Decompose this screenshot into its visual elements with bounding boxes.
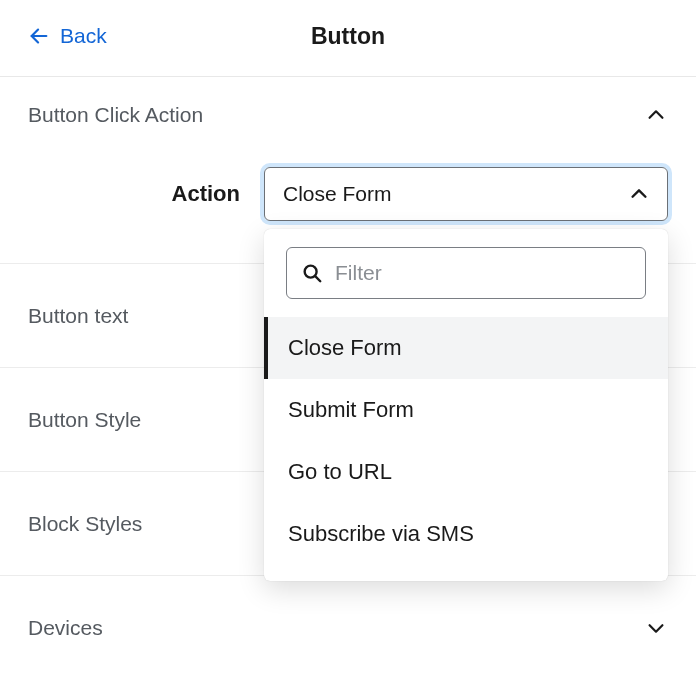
option-close-form[interactable]: Close Form <box>264 317 668 379</box>
section-title: Devices <box>28 616 103 640</box>
action-row: Action Close Form <box>0 127 696 263</box>
chevron-up-icon <box>644 103 668 127</box>
option-label: Subscribe via SMS <box>288 521 474 546</box>
arrow-left-icon <box>28 25 50 47</box>
section-title: Block Styles <box>28 512 142 536</box>
section-title: Button text <box>28 304 128 328</box>
option-subscribe-sms[interactable]: Subscribe via SMS <box>264 503 668 565</box>
search-icon <box>301 262 323 284</box>
filter-field[interactable] <box>286 247 646 299</box>
select-value: Close Form <box>283 182 392 206</box>
section-devices[interactable]: Devices <box>0 575 696 679</box>
option-label: Close Form <box>288 335 402 360</box>
action-select-wrap: Close Form <box>264 167 668 221</box>
chevron-up-icon <box>627 182 651 206</box>
action-dropdown: Close Form Submit Form Go to URL Subscri… <box>264 229 668 581</box>
section-title: Button Click Action <box>28 103 203 127</box>
action-select[interactable]: Close Form <box>264 167 668 221</box>
section-button-click-action[interactable]: Button Click Action <box>0 77 696 127</box>
back-button[interactable]: Back <box>28 24 107 48</box>
filter-input[interactable] <box>335 261 631 285</box>
section-title: Button Style <box>28 408 141 432</box>
page-title: Button <box>311 23 385 50</box>
options-list: Close Form Submit Form Go to URL Subscri… <box>264 317 668 565</box>
option-label: Go to URL <box>288 459 392 484</box>
option-submit-form[interactable]: Submit Form <box>264 379 668 441</box>
header: Back Button <box>0 0 696 76</box>
action-label: Action <box>28 181 240 207</box>
chevron-down-icon <box>644 616 668 640</box>
back-label: Back <box>60 24 107 48</box>
filter-wrap <box>264 247 668 317</box>
option-label: Submit Form <box>288 397 414 422</box>
option-go-to-url[interactable]: Go to URL <box>264 441 668 503</box>
svg-line-2 <box>315 276 320 281</box>
